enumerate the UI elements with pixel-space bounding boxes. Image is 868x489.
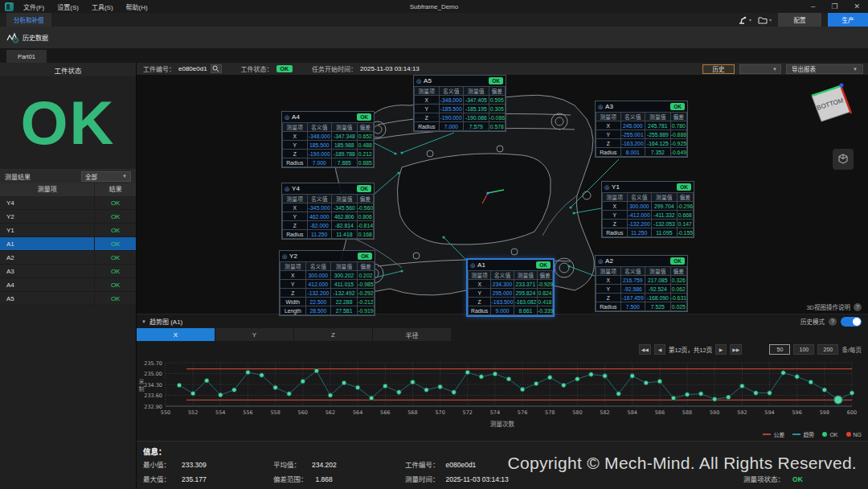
task-time-label: 任务开始时间： [312,64,357,73]
history-range-dropdown[interactable]: ▼ [739,64,781,74]
table-row: X234.300233.371-0.929 [469,280,553,289]
table-row: Y412.000411.015-0.985 [280,280,375,289]
task-time-value: 2025-11-03 03:14:13 [360,65,420,72]
export-report-button[interactable]: 导出报表 ▼ [786,64,863,74]
next-page-button[interactable]: ▶ [715,344,727,355]
range-value: 偏差范围：1.868 [273,474,333,483]
view-cube[interactable]: BOTTOM [802,81,858,131]
tab-analysis-compensation[interactable]: 分析和补偿 [6,13,51,27]
status-badge: OK [536,261,551,269]
callout-name: Y4 [292,185,354,192]
target-icon: ◎ [470,260,475,270]
callout-y4[interactable]: ◎Y4OK测量项名义值测量值偏差X-345.000-345.560-0.560Y… [281,183,375,240]
list-item[interactable]: A4OK [0,278,136,292]
menu-item[interactable]: 帮助(H) [126,2,148,11]
prev-page-button[interactable]: ◀ [654,344,665,355]
search-icon [212,65,219,72]
table-row: X300.000300.2020.202 [280,271,375,280]
status-badge: OK [358,253,372,260]
minimize-button[interactable]: – [811,2,815,10]
list-item[interactable]: Y4OK [0,196,136,210]
status-badge: OK [276,65,293,72]
svg-text:588: 588 [682,409,692,416]
measurement-name: A4 [0,278,94,291]
axis-tab-z[interactable]: Z [294,328,372,341]
callout-a1[interactable]: ◎A1OK测量项名义值测量值偏差X234.300233.371-0.929Y29… [466,258,555,317]
list-item[interactable]: A5OK [0,292,136,306]
callout-a5[interactable]: ◎A5OK测量项名义值测量值偏差X-348.000-347.4050.595Y-… [413,75,506,132]
help-icon[interactable]: ? [829,318,837,326]
target-icon: ◎ [285,112,289,122]
target-icon: ◎ [604,182,609,192]
page-size-50[interactable]: 50 [769,344,790,355]
axis-tab-x[interactable]: X [137,328,215,341]
viewport-3d[interactable]: BOTTOM ◎A5OK测量项名义值测量值偏差X-348.000-347.405… [137,75,868,314]
svg-text:562: 562 [326,409,335,416]
table-row: Y-255.001-255.889-0.888 [596,130,687,139]
status-badge: OK [357,113,371,121]
project-folder-icon[interactable]: ▾ [758,15,772,25]
callout-y2[interactable]: ◎Y2OK测量项名义值测量值偏差X300.000300.2020.202Y412… [279,250,375,316]
page-size-100[interactable]: 100 [793,344,814,355]
ribbon-tab-row: 分析和补偿 ▾ ▾ 配置 生产 [0,13,868,27]
close-button[interactable]: ✕ [854,2,860,10]
menu-item[interactable]: 文件(F) [23,2,44,11]
trend-chart-svg[interactable]: 235.70235.00234.30233.60232.905505525545… [141,360,862,417]
menu-item[interactable]: 设置(S) [57,2,79,11]
measurement-table: 测量项名义值测量值偏差X300.000299.704-0.296Y-412.00… [602,192,694,237]
page-indicator: 第12页，共12页 [669,345,712,354]
history-mode-label: 历史模式 [800,317,825,326]
callout-header: ◎Y2OK [280,251,375,261]
first-page-button[interactable]: ◀◀ [639,344,651,355]
maximize-button[interactable]: ❐ [831,2,837,10]
config-button[interactable]: 配置 [778,13,821,27]
help-icon[interactable]: ? [854,303,862,311]
production-button[interactable]: 生产 [828,13,868,27]
max-value: 最大值：235.177 [143,474,207,483]
search-button[interactable] [211,64,222,73]
svg-text:235.00: 235.00 [144,371,162,377]
menu-item[interactable]: 工具(S) [92,2,113,11]
callout-a2[interactable]: ◎A2OK测量项名义值测量值偏差X216.759217.0850.326Y-92… [595,255,688,312]
callout-y1[interactable]: ◎Y1OK测量项名义值测量值偏差X300.000299.704-0.296Y-4… [601,181,694,238]
list-item[interactable]: A2OK [0,251,136,265]
table-row: Radius7.0007.8850.885 [283,158,374,167]
sidebar: 工件状态 OK 测量结果 全部 ▼ 测量项结果 Y4OKY2OKY1OKA1OK… [0,63,137,489]
callout-name: A2 [605,257,668,265]
last-page-button[interactable]: ▶▶ [730,344,742,355]
axis-tab-y[interactable]: Y [215,328,293,341]
history-data-tool[interactable]: 历史数据 [6,31,48,44]
table-row: Length28.50027.581-0.919 [280,306,375,315]
table-row: Radius7.5007.5250.025 [596,302,687,311]
min-value: 最小值：233.309 [143,459,207,469]
callout-header: ◎Y1OK [602,182,694,192]
tab-part01[interactable]: Part01 [6,50,47,63]
table-row: Width22.50022.288-0.212 [280,298,375,306]
measurement-name: A5 [0,292,94,305]
list-item[interactable]: Y1OK [0,224,136,237]
robot-arm-icon[interactable]: ▾ [738,15,751,25]
svg-text:586: 586 [655,409,665,416]
axis-tab-radius[interactable]: 半径 [373,328,451,341]
status-badge: OK [677,183,691,191]
svg-text:584: 584 [628,409,637,416]
list-item[interactable]: A3OK [0,265,136,278]
trend-title[interactable]: ▼ 趋势图 (A1) [141,317,182,326]
result-filter-dropdown[interactable]: 全部 ▼ [81,171,131,182]
result-value: OK [94,224,136,236]
history-mode-toggle[interactable] [841,317,862,327]
list-item[interactable]: Y2OK [0,210,136,224]
svg-text:594: 594 [764,409,774,416]
svg-text:568: 568 [407,409,417,416]
viewer-help-link[interactable]: 3D视图操作说明 [806,302,850,311]
svg-text:600: 600 [847,409,857,416]
callout-a4[interactable]: ◎A4OK测量项名义值测量值偏差X-348.000-347.3480.652Y1… [281,111,375,168]
callout-name: A4 [292,113,354,121]
history-button[interactable]: 历史 [702,64,735,74]
pagination: ◀◀ ◀ 第12页，共12页 ▶ ▶▶ 50100200 条/每页 [639,344,862,355]
list-item[interactable]: A1OK [0,237,136,251]
page-size-group: 50100200 [769,344,838,355]
fit-view-button[interactable] [833,149,854,170]
callout-a3[interactable]: ◎A3OK测量项名义值测量值偏差X245.000245.7810.780Y-25… [595,101,688,158]
page-size-200[interactable]: 200 [817,344,838,355]
